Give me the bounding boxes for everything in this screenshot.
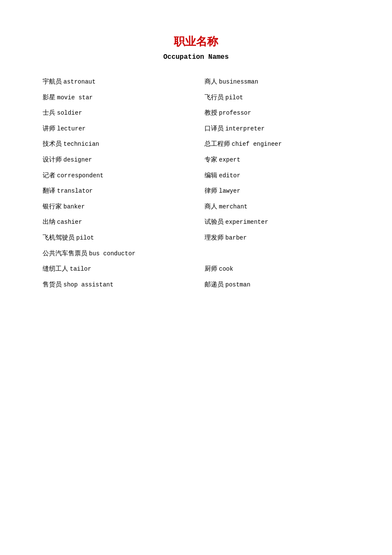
- list-item: 出纳 cashier: [43, 214, 187, 230]
- list-item: 翻译 translator: [43, 183, 187, 199]
- list-item: 士兵 soldier: [43, 105, 187, 121]
- list-item: 商人 businessman: [205, 74, 349, 90]
- list-item: 飞机驾驶员 pilot: [43, 230, 187, 246]
- list-item: 试验员 experimenter: [205, 214, 349, 230]
- list-item: 公共汽车售票员 bus conductor: [43, 246, 349, 261]
- list-item: 理发师 barber: [205, 230, 349, 246]
- list-item: 专家 expert: [205, 152, 349, 168]
- list-item: 记者 correspondent: [43, 168, 187, 183]
- list-item: 售货员 shop assistant: [43, 277, 187, 292]
- list-item: 厨师 cook: [205, 261, 349, 277]
- list-item: 律师 lawyer: [205, 183, 349, 199]
- list-item: 总工程师 chief engineer: [205, 136, 349, 152]
- list-item: 邮递员 postman: [205, 277, 349, 292]
- list-item: 商人 merchant: [205, 199, 349, 214]
- list-item: 缝纫工人 tailor: [43, 261, 187, 277]
- list-item: 口译员 interpreter: [205, 121, 349, 136]
- page-title: 职业名称: [43, 34, 349, 49]
- list-item: 银行家 banker: [43, 199, 187, 214]
- list-item: 编辑 editor: [205, 168, 349, 183]
- list-item: 讲师 lecturer: [43, 121, 187, 136]
- page-subtitle: Occupation Names: [43, 53, 349, 61]
- list-item: 设计师 designer: [43, 152, 187, 168]
- occupation-grid: 宇航员 astronaut商人 businessman影星 movie star…: [43, 74, 349, 292]
- list-item: 飞行员 pilot: [205, 90, 349, 105]
- list-item: 技术员 technician: [43, 136, 187, 152]
- list-item: 影星 movie star: [43, 90, 187, 105]
- list-item: 宇航员 astronaut: [43, 74, 187, 90]
- list-item: 教授 professor: [205, 105, 349, 121]
